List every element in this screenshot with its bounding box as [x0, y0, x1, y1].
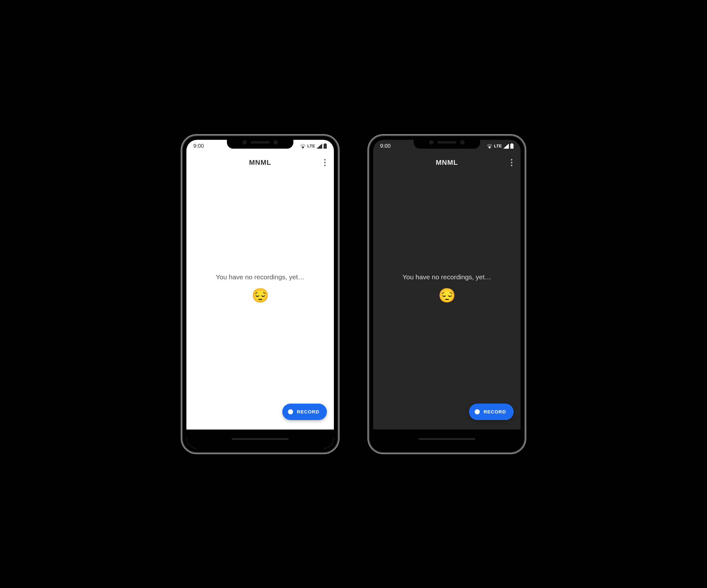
empty-state-text: You have no recordings, yet…	[403, 273, 492, 281]
status-time: 9:00	[193, 143, 204, 149]
pensive-face-emoji: 😔	[438, 287, 456, 304]
screen-light: 9:00 LTE	[187, 140, 334, 449]
wifi-icon	[486, 144, 493, 149]
device-notch	[414, 136, 480, 149]
battery-icon	[324, 143, 327, 149]
status-time: 9:00	[380, 143, 391, 149]
record-icon	[475, 409, 480, 414]
device-frame-dark: 9:00 LTE	[369, 136, 525, 452]
app-bar: MNML	[373, 152, 520, 173]
empty-state: You have no recordings, yet… 😔	[187, 173, 334, 429]
wifi-icon	[300, 144, 306, 149]
camera-sensor	[429, 140, 434, 144]
more-vert-icon	[511, 165, 512, 166]
more-vert-icon	[324, 165, 326, 166]
overflow-menu-button[interactable]	[508, 156, 515, 169]
record-button-label: RECORD	[297, 409, 319, 414]
more-vert-icon	[324, 162, 326, 163]
network-type-label: LTE	[307, 144, 315, 148]
cellular-signal-icon	[503, 144, 509, 149]
record-button-label: RECORD	[483, 409, 506, 414]
system-nav-bar[interactable]	[187, 429, 334, 449]
screen-dark: 9:00 LTE	[373, 140, 520, 449]
pensive-face-emoji: 😔	[251, 287, 269, 304]
more-vert-icon	[511, 162, 512, 163]
more-vert-icon	[324, 159, 326, 160]
gesture-hint	[232, 438, 289, 440]
svg-rect-3	[510, 144, 514, 149]
system-nav-bar[interactable]	[373, 429, 520, 449]
empty-state: You have no recordings, yet… 😔	[373, 173, 520, 429]
earpiece-speaker	[437, 141, 457, 144]
record-button[interactable]: RECORD	[469, 404, 514, 420]
device-notch	[227, 136, 293, 149]
battery-icon	[510, 143, 514, 149]
empty-state-text: You have no recordings, yet…	[216, 273, 305, 281]
more-vert-icon	[511, 159, 512, 160]
camera-sensor	[242, 140, 247, 144]
earpiece-speaker	[250, 141, 270, 144]
svg-rect-1	[324, 144, 327, 149]
overflow-menu-button[interactable]	[322, 156, 328, 169]
record-button[interactable]: RECORD	[282, 404, 327, 420]
record-icon	[288, 409, 293, 414]
app-title: MNML	[436, 159, 458, 167]
network-type-label: LTE	[494, 144, 502, 148]
svg-rect-0	[325, 143, 326, 144]
gesture-hint	[418, 438, 475, 440]
svg-rect-2	[511, 143, 513, 144]
app-title: MNML	[249, 159, 271, 167]
device-frame-light: 9:00 LTE	[182, 136, 338, 452]
camera-sensor	[273, 140, 278, 144]
app-bar: MNML	[187, 152, 334, 173]
cellular-signal-icon	[316, 144, 322, 149]
camera-sensor	[460, 140, 465, 144]
